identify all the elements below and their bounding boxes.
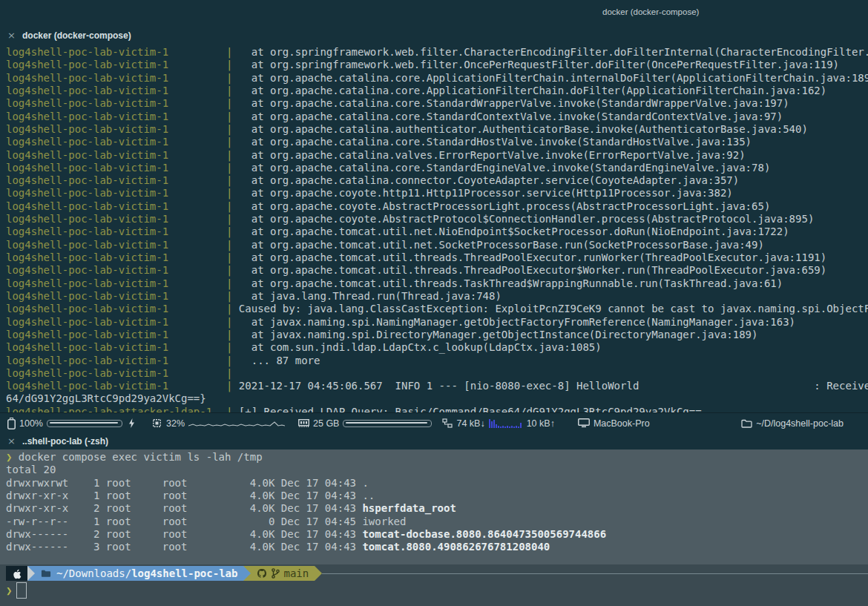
log-line: log4shell-poc-lab-victim-1| at org.apach…: [6, 97, 868, 110]
log-pane[interactable]: log4shell-poc-lab-victim-1| at org.sprin…: [6, 46, 868, 418]
cpu-widget: 32%: [151, 418, 285, 429]
apple-icon: [12, 568, 22, 579]
battery-percent: 100%: [19, 418, 43, 429]
log-line: log4shell-poc-lab-victim-1| at org.apach…: [6, 225, 868, 238]
prompt-chevron: ❯: [6, 584, 12, 596]
cwd-dirname: log4shell-poc-lab: [131, 567, 237, 579]
shell-input-line[interactable]: ❯: [6, 582, 27, 599]
list-item: drwxr-xr-x 1 root root 4.0K Dec 17 04:43…: [6, 490, 868, 502]
cpu-percent: 32%: [166, 418, 185, 429]
memory-icon: [298, 419, 309, 428]
log-line: log4shell-poc-lab-victim-1| at org.sprin…: [6, 46, 868, 59]
log-line: log4shell-poc-lab-victim-1| at org.apach…: [6, 277, 868, 290]
tab-zsh[interactable]: × ..shell-poc-lab (-zsh): [0, 435, 868, 451]
branch-name: main: [283, 567, 309, 579]
memory-widget: 25 GB: [298, 418, 432, 429]
text-cursor: [16, 582, 27, 599]
log-line: log4shell-poc-lab-victim-1| at javax.nam…: [6, 316, 868, 329]
terminal-window: docker (docker-compose) × docker (docker…: [0, 0, 868, 606]
log-line: log4shell-poc-lab-victim-1| at org.apach…: [6, 85, 868, 97]
os-segment: [6, 566, 27, 581]
list-item: drwxrwxrwt 1 root root 4.0K Dec 17 04:43…: [6, 477, 868, 490]
command-text: docker compose exec victim ls -lah /tmp: [12, 451, 262, 463]
status-bar: 100% 32% 25 GB: [0, 412, 868, 433]
list-item: drwx------ 3 root root 4.0K Dec 17 04:43…: [6, 541, 868, 553]
net-download: 74 kB↓: [456, 418, 484, 429]
log-line: 64/dG91Y2ggL3RtcC9pd29ya2VkCg==}: [6, 392, 868, 405]
network-widget: 74 kB↓ 10 kB↑: [442, 418, 558, 429]
log-line: log4shell-poc-lab-victim-1| at org.apach…: [6, 72, 868, 85]
cwd-path: ~/D/log4shell-poc-lab: [756, 418, 844, 429]
log-line: log4shell-poc-lab-victim-1| at org.apach…: [6, 187, 868, 200]
log-line: log4shell-poc-lab-victim-1| ... 87 more: [6, 355, 868, 367]
ls-total: total 20: [6, 464, 868, 476]
log-line: log4shell-poc-lab-victim-1| at org.apach…: [6, 162, 868, 174]
segment-separator: [243, 566, 251, 581]
list-item: drwx------ 2 root root 4.0K Dec 17 04:43…: [6, 528, 868, 541]
log-line: log4shell-poc-lab-victim-1| at java.lang…: [6, 290, 868, 303]
host-widget: MacBook-Pro: [578, 418, 654, 429]
cpu-sparkline: [188, 418, 285, 428]
close-icon[interactable]: ×: [7, 30, 16, 41]
log-line: log4shell-poc-lab-victim-1| at org.apach…: [6, 123, 868, 136]
net-graph: [489, 418, 523, 428]
prompt-ruler: [322, 573, 868, 574]
tab-docker-compose[interactable]: × docker (docker-compose): [0, 29, 868, 45]
segment-separator: [315, 566, 322, 581]
battery-meter: [47, 420, 122, 427]
memory-meter: [343, 420, 432, 427]
log-line: log4shell-poc-lab-victim-1| at org.apach…: [6, 149, 868, 162]
log-line: log4shell-poc-lab-victim-1| at com.sun.j…: [6, 341, 868, 354]
shell-output: ❯ docker compose exec victim ls -lah /tm…: [6, 451, 868, 554]
log-line: log4shell-poc-lab-victim-1|: [6, 367, 868, 380]
segment-separator: [27, 566, 35, 581]
net-upload: 10 kB↑: [527, 418, 555, 429]
git-branch-icon: [272, 568, 280, 579]
git-segment: main: [251, 566, 315, 581]
github-icon: [257, 568, 267, 579]
log-line: log4shell-poc-lab-victim-1| Caused by: j…: [6, 303, 868, 315]
command-line: ❯ docker compose exec victim ls -lah /tm…: [6, 451, 868, 464]
log-line: log4shell-poc-lab-victim-1| at org.apach…: [6, 239, 868, 251]
cwd-widget: ~/D/log4shell-poc-lab: [741, 418, 847, 429]
list-item: drwxr-xr-x 2 root root 4.0K Dec 17 04:43…: [6, 502, 868, 515]
shell-pane[interactable]: ❯ docker compose exec victim ls -lah /tm…: [0, 449, 868, 606]
log-line: log4shell-poc-lab-victim-1| 2021-12-17 0…: [6, 380, 868, 392]
memory-amount: 25 GB: [313, 418, 339, 429]
log-line: log4shell-poc-lab-victim-1| at org.apach…: [6, 111, 868, 123]
log-line: log4shell-poc-lab-victim-1| at org.apach…: [6, 251, 868, 264]
log-line: log4shell-poc-lab-victim-1| at org.apach…: [6, 264, 868, 277]
log-line: log4shell-poc-lab-victim-1| at org.sprin…: [6, 59, 868, 71]
battery-icon: [7, 418, 16, 429]
cwd-prefix: ~/Downloads/: [56, 567, 131, 579]
log-line: log4shell-poc-lab-victim-1| at org.apach…: [6, 174, 868, 187]
folder-icon: [41, 569, 51, 578]
folder-icon: [741, 419, 752, 428]
log-line: log4shell-poc-lab-victim-1| at org.apach…: [6, 136, 868, 148]
log-line: log4shell-poc-lab-victim-1| at org.apach…: [6, 200, 868, 213]
directory-segment: ~/Downloads/log4shell-poc-lab: [35, 566, 243, 581]
host-name: MacBook-Pro: [594, 418, 650, 429]
network-icon: [442, 418, 453, 429]
list-item: -rw-r--r-- 1 root root 0 Dec 17 04:45 iw…: [6, 516, 868, 528]
powerline-prompt: ~/Downloads/log4shell-poc-lab main: [6, 566, 868, 581]
close-icon[interactable]: ×: [7, 435, 16, 447]
battery-widget: 100%: [7, 418, 135, 429]
log-line: log4shell-poc-lab-victim-1| at javax.nam…: [6, 329, 868, 341]
computer-icon: [578, 418, 590, 428]
charging-bolt-icon: [128, 418, 135, 428]
tab-label: docker (docker-compose): [22, 30, 131, 41]
window-title: docker (docker-compose): [602, 7, 699, 16]
cpu-icon: [151, 418, 162, 429]
log-line: log4shell-poc-lab-victim-1| at org.apach…: [6, 213, 868, 225]
tab-label: ..shell-poc-lab (-zsh): [22, 436, 108, 447]
